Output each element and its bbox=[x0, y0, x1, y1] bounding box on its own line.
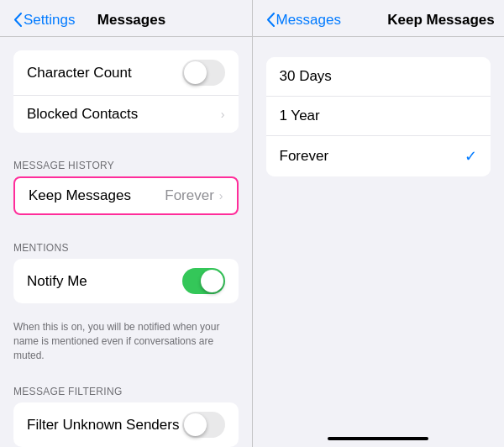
character-count-label: Character Count bbox=[27, 65, 182, 82]
section-filtering-header: Message Filtering bbox=[0, 372, 252, 402]
option-forever[interactable]: Forever ✓ bbox=[266, 136, 491, 176]
filter-unknown-toggle[interactable] bbox=[182, 412, 225, 438]
left-nav-title: Messages bbox=[24, 12, 238, 29]
notify-me-label: Notify Me bbox=[27, 273, 182, 290]
section-mentions-header: Mentions bbox=[0, 229, 252, 259]
filter-unknown-label: Filter Unknown Senders bbox=[27, 417, 182, 434]
left-panel: Settings Messages Character Count Blocke… bbox=[0, 0, 252, 447]
notify-me-toggle-knob bbox=[201, 270, 223, 292]
right-nav-bar: Messages Keep Messages bbox=[253, 0, 505, 37]
home-indicator bbox=[328, 437, 428, 440]
option-30-days-label: 30 Days bbox=[280, 68, 478, 85]
option-forever-label: Forever bbox=[280, 148, 465, 165]
character-count-item[interactable]: Character Count bbox=[13, 50, 239, 96]
character-count-toggle[interactable] bbox=[182, 60, 225, 86]
keep-messages-label: Keep Messages bbox=[29, 187, 165, 204]
filter-unknown-toggle-knob bbox=[184, 413, 207, 436]
right-nav-title: Keep Messages bbox=[341, 12, 504, 29]
left-nav-bar: Settings Messages bbox=[0, 0, 252, 37]
messages-back-button[interactable]: Messages bbox=[266, 12, 341, 29]
filtering-group: Filter Unknown Senders bbox=[13, 402, 239, 447]
option-1-year-label: 1 Year bbox=[280, 108, 478, 124]
section-history-header: Message History bbox=[0, 146, 252, 176]
messages-back-label: Messages bbox=[276, 12, 341, 29]
character-count-toggle-knob bbox=[184, 61, 207, 84]
blocked-contacts-item[interactable]: Blocked Contacts › bbox=[13, 96, 239, 133]
right-content: 30 Days 1 Year Forever ✓ bbox=[253, 37, 505, 432]
keep-messages-value: Forever bbox=[165, 187, 214, 204]
mentions-group: Notify Me bbox=[13, 259, 239, 303]
blocked-contacts-chevron: › bbox=[221, 108, 225, 121]
blocked-contacts-label: Blocked Contacts bbox=[27, 106, 221, 123]
notify-me-item[interactable]: Notify Me bbox=[13, 259, 239, 303]
top-settings-group: Character Count Blocked Contacts › bbox=[13, 50, 239, 133]
keep-messages-item[interactable]: Keep Messages Forever › bbox=[13, 176, 239, 215]
filter-unknown-item[interactable]: Filter Unknown Senders bbox=[13, 402, 239, 447]
option-30-days[interactable]: 30 Days bbox=[266, 57, 491, 97]
option-1-year[interactable]: 1 Year bbox=[266, 97, 491, 136]
keep-messages-options-group: 30 Days 1 Year Forever ✓ bbox=[266, 57, 491, 176]
keep-messages-chevron: › bbox=[219, 189, 223, 202]
left-content: Character Count Blocked Contacts › Messa… bbox=[0, 37, 252, 447]
right-panel: Messages Keep Messages 30 Days 1 Year Fo… bbox=[253, 0, 505, 447]
notify-me-desc: When this is on, you will be notified wh… bbox=[0, 317, 252, 372]
forever-checkmark: ✓ bbox=[465, 147, 477, 166]
notify-me-toggle[interactable] bbox=[182, 268, 225, 294]
